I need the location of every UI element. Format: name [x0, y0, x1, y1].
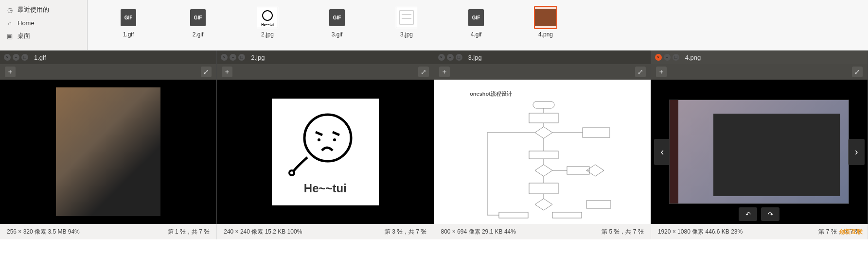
home-icon: ⌂ [6, 19, 14, 27]
status-bar: 256 × 320 像素 3.5 MB 94% 第 1 张，共 7 张 240 … [0, 224, 868, 239]
svg-point-5 [304, 115, 351, 161]
svg-point-8 [289, 170, 294, 175]
image-canvas[interactable]: ‹ › ↶ ↷ [651, 80, 868, 224]
file-label: 3.gif [332, 31, 343, 38]
file-grid: GIF 1.gif GIF 2.gif He~~tui 2.jpg GIF 3.… [88, 0, 868, 50]
rotate-right-icon[interactable]: ↷ [761, 207, 779, 221]
close-icon[interactable]: × [438, 54, 445, 61]
desktop-icon: ▣ [6, 32, 14, 40]
file-label: 1.gif [123, 31, 134, 38]
add-button[interactable]: ＋ [656, 67, 667, 77]
image-canvas[interactable]: oneshot流程设计 [434, 80, 651, 224]
window-title: 3.jpg [468, 54, 482, 61]
image-dimensions: 256 × 320 像素 3.5 MB 94% [7, 228, 80, 236]
maximize-icon[interactable]: □ [673, 54, 679, 61]
image-content [56, 87, 160, 216]
file-thumb-gif: GIF [117, 6, 140, 29]
status-cell: 800 × 694 像素 29.1 KB 44% 第 5 张，共 7 张 [434, 224, 651, 239]
svg-rect-17 [552, 212, 582, 218]
svg-rect-9 [533, 101, 554, 108]
minimize-icon[interactable]: − [664, 54, 671, 61]
image-viewer: × − □ 1.gif ＋ ⤢ [0, 51, 217, 224]
image-index: 第 3 张，共 7 张 [385, 228, 427, 236]
maximize-icon[interactable]: □ [238, 54, 245, 61]
file-item[interactable]: GIF 1.gif [117, 6, 140, 38]
flowchart-title: oneshot流程设计 [470, 90, 615, 98]
window-controls: × − □ [221, 54, 245, 61]
image-dimensions: 240 × 240 像素 15.2 KB 100% [224, 228, 302, 236]
clock-icon: ◷ [6, 6, 14, 14]
svg-point-0 [263, 11, 272, 20]
file-thumb-gif: GIF [464, 6, 488, 29]
fullscreen-icon[interactable]: ⤢ [852, 67, 863, 77]
file-item[interactable]: 3.jpg [395, 6, 418, 38]
window-titlebar[interactable]: × − □ 2.jpg [217, 51, 433, 64]
window-controls: × − □ [4, 54, 28, 61]
file-label: 4.png [538, 31, 553, 38]
maximize-icon[interactable]: □ [21, 54, 28, 61]
window-titlebar[interactable]: × − □ 4.png [651, 51, 868, 64]
image-dimensions: 1920 × 1080 像素 446.6 KB 23% [658, 228, 743, 236]
svg-text:He~~tui: He~~tui [261, 23, 274, 26]
file-thumb-png [534, 6, 557, 29]
file-thumb-gif: GIF [325, 6, 349, 29]
image-caption: He~~tui [304, 182, 347, 195]
sidebar-item-recent[interactable]: ◷ 最近使用的 [0, 3, 87, 17]
viewer-toolbar: ＋ ⤢ [0, 64, 216, 80]
add-button[interactable]: ＋ [439, 67, 450, 77]
viewers-row: × − □ 1.gif ＋ ⤢ × − □ 2.jpg ＋ ⤢ [0, 51, 868, 224]
svg-rect-12 [529, 151, 558, 159]
maximize-icon[interactable]: □ [456, 54, 462, 61]
image-content: oneshot流程设计 [467, 87, 618, 216]
sidebar-item-desktop[interactable]: ▣ 桌面 [0, 29, 87, 43]
close-icon[interactable]: × [4, 54, 11, 61]
file-item[interactable]: GIF 3.gif [325, 6, 349, 38]
next-image-button[interactable]: › [848, 139, 865, 165]
file-thumb-jpg: He~~tui [256, 6, 279, 29]
image-index: 第 5 张，共 7 张 [602, 228, 644, 236]
sidebar-item-home[interactable]: ⌂ Home [0, 17, 87, 29]
window-titlebar[interactable]: × − □ 1.gif [0, 51, 216, 64]
file-item[interactable]: 4.png [534, 6, 557, 38]
rotate-left-icon[interactable]: ↶ [739, 207, 757, 221]
image-dimensions: 800 × 694 像素 29.1 KB 44% [441, 228, 516, 236]
minimize-icon[interactable]: − [447, 54, 454, 61]
window-titlebar[interactable]: × − □ 3.jpg [434, 51, 651, 64]
svg-point-6 [318, 138, 320, 141]
image-canvas[interactable] [0, 80, 216, 224]
fullscreen-icon[interactable]: ⤢ [635, 67, 646, 77]
file-label: 2.jpg [261, 31, 274, 38]
prev-image-button[interactable]: ‹ [654, 139, 671, 165]
image-index: 第 1 张，共 7 张 [168, 228, 210, 236]
image-viewer: × − □ 2.jpg ＋ ⤢ He~~tui [217, 51, 434, 224]
close-icon[interactable]: × [655, 54, 662, 61]
fullscreen-icon[interactable]: ⤢ [418, 67, 429, 77]
minimize-icon[interactable]: − [13, 54, 19, 61]
viewer-toolbar: ＋ ⤢ [434, 64, 651, 80]
file-label: 2.gif [193, 31, 204, 38]
svg-point-7 [333, 138, 336, 141]
status-cell: 240 × 240 像素 15.2 KB 100% 第 3 张，共 7 张 [217, 224, 434, 239]
file-label: 3.jpg [400, 31, 413, 38]
svg-rect-11 [583, 128, 610, 137]
add-button[interactable]: ＋ [222, 67, 232, 77]
image-canvas[interactable]: He~~tui [217, 80, 433, 224]
close-icon[interactable]: × [221, 54, 228, 61]
file-browser: ◷ 最近使用的 ⌂ Home ▣ 桌面 GIF 1.gif GIF 2.gif … [0, 0, 868, 51]
minimize-icon[interactable]: − [230, 54, 236, 61]
sidebar-item-label: 最近使用的 [18, 5, 49, 14]
file-item[interactable]: GIF 4.gif [464, 6, 488, 38]
viewer-toolbar: ＋ ⤢ [651, 64, 868, 80]
rotate-tools: ↶ ↷ [739, 207, 779, 221]
status-cell: 256 × 320 像素 3.5 MB 94% 第 1 张，共 7 张 [0, 224, 217, 239]
sidebar: ◷ 最近使用的 ⌂ Home ▣ 桌面 [0, 0, 88, 50]
add-button[interactable]: ＋ [5, 67, 16, 77]
fullscreen-icon[interactable]: ⤢ [201, 67, 212, 77]
file-item[interactable]: GIF 2.gif [186, 6, 210, 38]
svg-rect-14 [529, 183, 558, 194]
file-label: 4.gif [471, 31, 482, 38]
window-controls: × − □ [438, 54, 462, 61]
sidebar-item-label: Home [18, 19, 35, 27]
status-cell: 1920 × 1080 像素 446.6 KB 23% 第 7 张，共 7 张 … [651, 224, 868, 239]
file-item[interactable]: He~~tui 2.jpg [256, 6, 279, 38]
